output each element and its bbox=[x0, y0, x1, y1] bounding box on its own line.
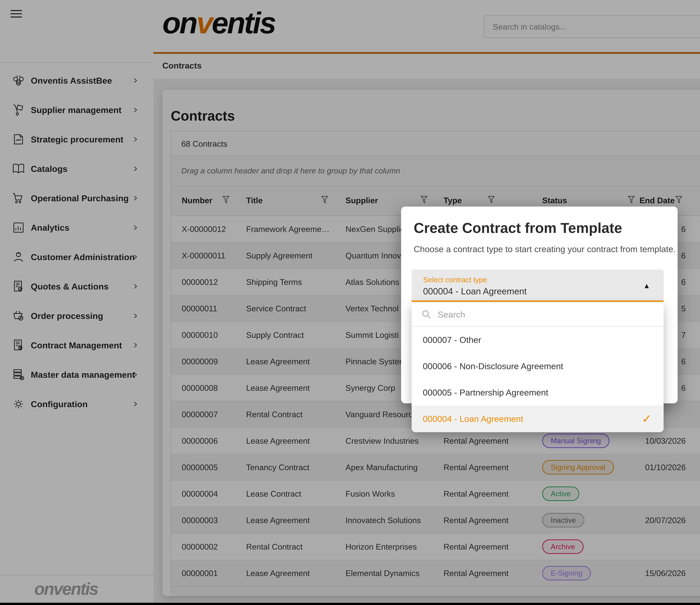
search-icon bbox=[421, 309, 432, 320]
contract-type-select-value: 000004 - Loan Agreement bbox=[423, 286, 527, 296]
app-window: Onventis AssistBeeSupplier managementStr… bbox=[0, 0, 700, 605]
chevron-up-icon[interactable]: ▲ bbox=[643, 282, 650, 290]
modal-title: Create Contract from Template bbox=[414, 220, 622, 236]
dropdown-options: 000007 - Other000006 - Non-Disclosure Ag… bbox=[411, 326, 664, 432]
contract-type-option[interactable]: 000007 - Other bbox=[411, 326, 664, 353]
dropdown-search bbox=[411, 302, 664, 326]
contract-type-select[interactable]: Select contract type 000004 - Loan Agree… bbox=[411, 270, 664, 302]
dropdown-search-input[interactable] bbox=[438, 309, 664, 320]
contract-type-option[interactable]: 000005 - Partnership Agreement bbox=[411, 379, 664, 406]
contract-type-option[interactable]: 000004 - Loan Agreement✓ bbox=[411, 406, 664, 432]
contract-type-option[interactable]: 000006 - Non-Disclosure Agreement bbox=[411, 353, 664, 379]
contract-type-dropdown: 000007 - Other000006 - Non-Disclosure Ag… bbox=[411, 302, 664, 432]
contract-type-select-label: Select contract type bbox=[423, 275, 487, 284]
modal-subtitle: Choose a contract type to start creating… bbox=[414, 244, 676, 254]
window-bottom-edge bbox=[0, 603, 700, 605]
create-contract-modal: Create Contract from Template Choose a c… bbox=[401, 207, 678, 403]
check-icon: ✓ bbox=[642, 412, 652, 426]
